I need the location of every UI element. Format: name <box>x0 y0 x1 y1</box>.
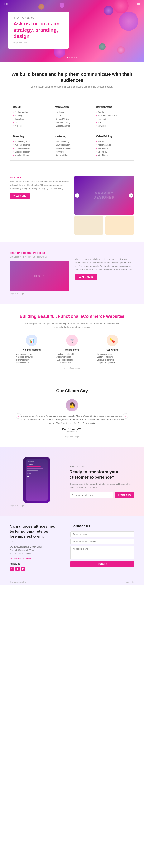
footer-email[interactable]: loremipsum@pom.com <box>10 557 63 559</box>
footer-left: Nam ultrices ultrices nec tortor pulvina… <box>10 524 63 571</box>
menu-icon[interactable]: ☰ <box>137 3 140 7</box>
hero-dot-4[interactable] <box>74 57 75 58</box>
service-cell-design: DesignProduct MockupBrandingIllustration… <box>10 102 51 131</box>
service-list-item: Javascript <box>96 124 131 128</box>
feature-list: Manage inventoryCustomer accountsQuisque… <box>95 352 130 364</box>
branding-right: Mautia ultrices mi quis hendrerit, ac at… <box>75 252 134 279</box>
service-list-item: WordPress <box>96 110 131 114</box>
testimonial-next[interactable]: › <box>123 413 129 418</box>
service-cell-video-editing: Video EditingAnimationMotionGraphicsAfte… <box>93 131 134 161</box>
feature-list-item: Manage inventory <box>95 352 130 355</box>
cta-right: WHAT WE DO Ready to transform your custo… <box>70 466 134 498</box>
hero-image-credit: Image from Freepik <box>13 42 63 44</box>
service-list-item: After Effects <box>96 154 131 157</box>
hero-dot-2[interactable] <box>69 57 70 58</box>
schedule-line: Sat – Sun: 9:00 – 9:00pm <box>10 552 63 556</box>
feature-list-item: Loads of functionality <box>55 352 89 355</box>
branding-image: DESIGN <box>10 261 69 291</box>
feature-title: Online Store <box>55 348 89 351</box>
service-list-item: SE Optimization <box>55 143 89 147</box>
feature-list-item: Fringilla urna partition <box>95 361 130 364</box>
social-icon-f[interactable]: f <box>10 567 14 571</box>
cta-title: Ready to transform your customer experie… <box>70 469 134 480</box>
contact-message-input[interactable] <box>70 546 134 559</box>
prev-arrow[interactable]: ‹ <box>75 193 79 197</box>
ecommerce-image-credit: Images from Freepik <box>10 367 134 369</box>
cta-start-button[interactable]: START NOW <box>115 492 134 498</box>
service-list-item: Prototype <box>55 110 89 114</box>
service-list-item: After Effects <box>96 147 131 150</box>
feature-card-sell-online: 💊Sell OnlineManage inventoryCustomer acc… <box>95 335 130 364</box>
view-more-button[interactable]: VIEW MORE <box>10 193 30 198</box>
what-we-do-description: We're a team of passionate problem-solve… <box>10 180 70 190</box>
service-cell-title: Design <box>13 105 48 108</box>
feature-list-item: Suspendisse in <box>14 361 49 364</box>
learn-more-button[interactable]: LEARN MORE <box>75 274 97 280</box>
service-list: Product MockupBrandingIllustrationsUI/UX… <box>13 110 48 128</box>
testimonial-prev[interactable]: ‹ <box>15 413 21 418</box>
service-cell-title: Marketing <box>55 135 89 138</box>
service-list-item: Illustrations <box>13 117 48 121</box>
service-list-item: Competitive review <box>13 147 48 150</box>
brands-subtitle: Lorem ipsum dolor sit, consectetur some … <box>10 85 134 88</box>
hero-dot-3[interactable] <box>71 57 73 58</box>
service-cell-title: Web Design <box>55 105 89 108</box>
feature-icon: 🛒 <box>66 335 78 346</box>
stat-bar-pink <box>27 466 40 467</box>
service-list-item: MotionGraphics <box>96 143 131 147</box>
branding-image-credit: Image from Freepik <box>10 292 69 294</box>
schedule-line: Diam mi: 09:00am – 8:00 pm <box>10 549 63 552</box>
feature-list-item: Quisque id diam vel <box>95 359 130 361</box>
social-icon-in[interactable]: in <box>21 567 25 571</box>
clients-title: Our Clients Say <box>10 389 134 394</box>
contact-form: SUBMIT <box>70 531 134 567</box>
service-list-item: Article Writing <box>55 154 89 157</box>
follow-us-label: Follow us <box>10 562 63 565</box>
service-cell-title: Branding <box>13 135 48 138</box>
branding-subtitle: Get Great Work for Your Budget With Us <box>10 256 69 258</box>
phone-stats: Analytics +5.3% $800 <box>27 463 46 477</box>
feature-icon: 💊 <box>107 335 118 346</box>
contact-title: Contact us <box>70 524 134 528</box>
feature-card-online-store: 🛒Online StoreLoads of functionalityAccou… <box>55 335 89 364</box>
testimonial-image-credit: Image from Freepik <box>10 436 134 438</box>
service-list-item: Branding <box>13 114 48 117</box>
feature-list-item: Customer accounts <box>95 355 130 359</box>
brands-title: We build brands and help them communicat… <box>10 71 134 83</box>
service-list: WordPressApplication DevolmentFront-endP… <box>96 110 131 128</box>
cta-email-input[interactable] <box>70 492 113 498</box>
hero-dot-1[interactable] <box>67 57 68 58</box>
stat-bar-light <box>27 470 38 471</box>
feature-title: Sell Online <box>95 348 130 351</box>
testimonial-name: MARNY LARSON <box>18 428 126 430</box>
contact-email-input[interactable] <box>70 539 134 545</box>
service-list: Brand equity auditAudience analysisCompe… <box>13 140 48 157</box>
service-list-item: UI/UX <box>13 121 48 124</box>
social-icon-t[interactable]: t <box>15 567 20 571</box>
branding-tag: Branding Design Process <box>10 252 69 254</box>
newsletter-title: Nam ultrices ultrices nec tortor pulvina… <box>10 524 63 539</box>
hero-dot-5[interactable] <box>76 57 77 58</box>
testimonial-text: Aenean pulvinar dui ornare. Augue lorem … <box>18 414 126 425</box>
brands-section: We build brands and help them communicat… <box>0 62 144 101</box>
feature-icon: 📊 <box>26 335 37 346</box>
feature-list-item: Account creation <box>55 355 89 359</box>
testimonial-wrapper: ‹ › 👩 Aenean pulvinar dui ornare. Augue … <box>18 399 126 433</box>
stat-bar-purple <box>27 468 43 469</box>
privacy-policy-link[interactable]: Privacy policy <box>124 581 134 583</box>
what-we-do-left: What We Do We're a team of passionate pr… <box>10 176 70 198</box>
ecommerce-section: Building Beautiful, Functional eCommerce… <box>0 304 144 379</box>
contact-submit-button[interactable]: SUBMIT <box>70 561 134 567</box>
cta-image-credit: Image from Freepik <box>10 505 64 506</box>
ecommerce-title: Building Beautiful, Functional eCommerce… <box>10 314 134 319</box>
contact-name-input[interactable] <box>70 531 134 537</box>
service-list-item: Keyword <box>55 150 89 154</box>
hero-card: CREATIVE AGENCY Ask us for ideas on stra… <box>8 11 69 49</box>
next-arrow[interactable]: › <box>129 193 133 197</box>
ecommerce-description: Natoque portatice at magnis dis. Blandit… <box>24 322 120 329</box>
footer-schedule: MWF: 10:00am-Narius: 7:30pm-3:00cDiam mi… <box>10 545 63 556</box>
cta-section: Dashboard Analytics +5.3% $800 Image fro… <box>0 447 144 516</box>
service-list-item: Affiliate Marketing <box>55 147 89 150</box>
feature-list-item: Unlimited bandwidth <box>14 355 49 359</box>
service-list-item: Application Devolment <box>96 114 131 117</box>
